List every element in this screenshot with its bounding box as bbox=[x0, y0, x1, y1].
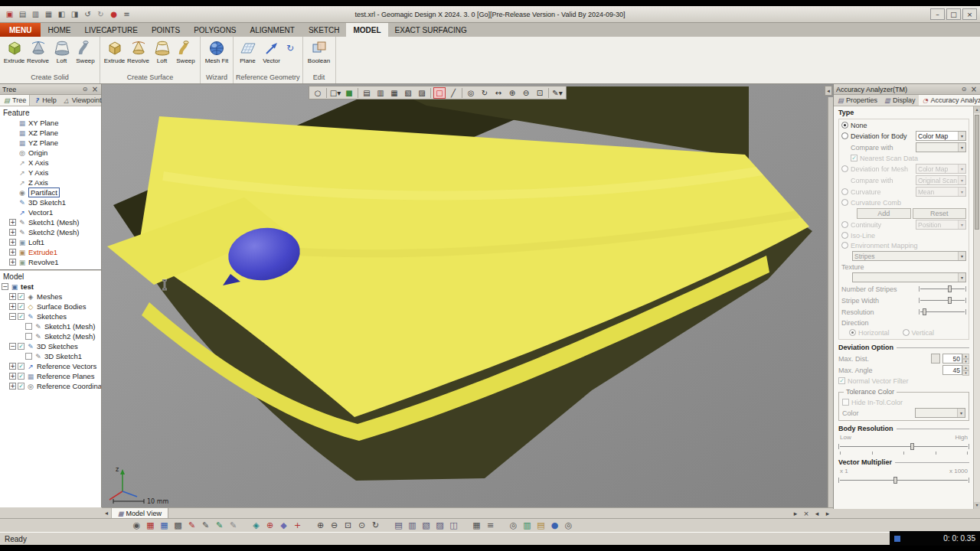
tab-points[interactable]: POINTS bbox=[145, 23, 187, 37]
import-icon[interactable]: ◧ bbox=[56, 8, 67, 20]
expander-icon[interactable]: + bbox=[9, 259, 16, 266]
tree-item-meshes[interactable]: +✓◈Meshes bbox=[0, 292, 101, 302]
body-resolution-slider[interactable] bbox=[838, 442, 969, 451]
visibility-checkbox[interactable] bbox=[25, 323, 32, 330]
pan-icon[interactable]: ↔ bbox=[492, 87, 505, 99]
stripes-dropdown[interactable]: Stripes bbox=[852, 251, 966, 261]
tree-item-sketches[interactable]: −✓✎Sketches bbox=[0, 311, 101, 321]
edit-pencil-icon[interactable]: ✎ bbox=[199, 520, 212, 531]
vector-multiplier-slider[interactable] bbox=[838, 476, 969, 484]
tree-item-partifact[interactable]: ◉Partifact bbox=[0, 187, 101, 197]
tab-alignment[interactable]: ALIGNMENT bbox=[243, 23, 302, 37]
visibility-checkbox[interactable] bbox=[25, 353, 32, 360]
add-button[interactable]: Add bbox=[857, 208, 911, 219]
radio-curvature[interactable] bbox=[841, 188, 848, 195]
expander-icon[interactable]: + bbox=[9, 239, 16, 246]
revolve-solid-button[interactable]: Revolve bbox=[26, 38, 50, 65]
tree-item-yz-plane[interactable]: ▦YZ Plane bbox=[0, 138, 101, 148]
tree-item-extrude1[interactable]: +▣Extrude1 bbox=[0, 247, 101, 257]
tree-item-xz-plane[interactable]: ▦XZ Plane bbox=[0, 128, 101, 138]
tree-item-test[interactable]: −▣test bbox=[0, 282, 101, 292]
plane-add-icon[interactable]: ▨ bbox=[433, 520, 446, 531]
maximize-button[interactable] bbox=[946, 8, 961, 20]
clip-plane-icon[interactable]: ▤ bbox=[361, 87, 373, 99]
tab-livecapture[interactable]: LIVECAPTURE bbox=[77, 23, 144, 37]
list-icon[interactable]: ≡ bbox=[484, 520, 497, 531]
radio-iso-line[interactable] bbox=[841, 232, 848, 239]
radio-deviation-for-body[interactable] bbox=[841, 132, 848, 139]
tree-item-3d-sketch1[interactable]: ✎3D Sketch1 bbox=[0, 197, 101, 207]
close-panel-icon[interactable] bbox=[91, 85, 99, 93]
app-icon[interactable]: ▣ bbox=[4, 8, 15, 20]
tab-polygons[interactable]: POLYGONS bbox=[187, 23, 243, 37]
defeature-icon[interactable]: ⊕ bbox=[263, 520, 276, 531]
shade-mode-icon[interactable]: ■ bbox=[343, 87, 355, 99]
close-view-icon[interactable]: × bbox=[801, 508, 812, 518]
settings-icon[interactable]: ◎ bbox=[562, 520, 575, 531]
expander-icon[interactable]: + bbox=[9, 363, 16, 370]
resolution-slider[interactable] bbox=[919, 308, 966, 316]
color-dropdown[interactable] bbox=[915, 408, 965, 418]
tab-properties[interactable]: Properties bbox=[834, 95, 880, 106]
close-panel-icon[interactable] bbox=[970, 85, 978, 93]
expander-icon[interactable]: + bbox=[9, 293, 16, 300]
zoom-in-tool-icon[interactable]: ⊕ bbox=[314, 520, 327, 531]
quick-menu-icon[interactable]: ≡ bbox=[121, 8, 132, 20]
tab-exact-surfacing[interactable]: EXACT SURFACING bbox=[388, 23, 474, 37]
nearest-scan-checkbox[interactable]: ✓ bbox=[851, 155, 858, 161]
visibility-checkbox[interactable]: ✓ bbox=[18, 343, 24, 350]
pin-icon[interactable] bbox=[81, 86, 89, 93]
save-icon[interactable]: ▦ bbox=[43, 8, 54, 20]
max-dist-option-button[interactable] bbox=[931, 354, 940, 364]
fill-holes-icon[interactable]: ◈ bbox=[250, 520, 263, 531]
tree-item-x-axis[interactable]: ↗X Axis bbox=[0, 158, 101, 168]
tab-help[interactable]: Help bbox=[30, 95, 60, 106]
plane-button[interactable]: Plane bbox=[236, 38, 260, 65]
point-cloud-blue-icon[interactable]: ▦ bbox=[158, 520, 171, 531]
tree-item-3d-sketch1[interactable]: ✎3D Sketch1 bbox=[0, 351, 101, 361]
radio-none[interactable] bbox=[841, 122, 848, 129]
expander-icon[interactable]: + bbox=[9, 229, 16, 236]
tree-item-sketch1-mesh[interactable]: ✎Sketch1 (Mesh) bbox=[0, 321, 101, 331]
expander-icon[interactable]: + bbox=[9, 303, 16, 310]
expander-icon[interactable]: + bbox=[9, 373, 16, 380]
vector-button[interactable]: Vector bbox=[260, 38, 283, 65]
play-view-icon[interactable]: ▸ bbox=[790, 508, 801, 518]
sweep-surface-button[interactable]: Sweep bbox=[174, 38, 198, 65]
compare-body-dropdown[interactable] bbox=[916, 142, 966, 152]
minimize-button[interactable] bbox=[930, 8, 945, 20]
extrude-surface-button[interactable]: Extrude bbox=[103, 38, 126, 65]
pin-icon[interactable] bbox=[960, 86, 968, 93]
section-view-icon[interactable]: ▥ bbox=[374, 87, 387, 99]
visibility-checkbox[interactable] bbox=[25, 333, 32, 340]
optimize-icon[interactable]: + bbox=[291, 520, 304, 531]
scroll-down-icon[interactable] bbox=[974, 502, 980, 509]
tree-item-reference-coordinates[interactable]: +✓◎Reference Coordinates bbox=[0, 381, 101, 391]
edit-add-icon[interactable]: ✎ bbox=[213, 520, 226, 531]
hide-in-tol-checkbox[interactable] bbox=[842, 399, 849, 406]
expander-icon[interactable]: − bbox=[2, 283, 8, 290]
coord-tool-icon[interactable]: ◫ bbox=[447, 520, 460, 531]
scroll-left-icon[interactable]: ◂ bbox=[812, 508, 822, 518]
export-icon[interactable]: ◨ bbox=[69, 8, 80, 20]
coordinate-button[interactable]: ↻ bbox=[283, 38, 297, 59]
deviation-body-colormap-dropdown[interactable]: Color Map bbox=[916, 131, 966, 141]
tab-tree[interactable]: Tree bbox=[0, 95, 30, 106]
number-of-stripes-slider[interactable] bbox=[919, 285, 966, 293]
tree-item-sketch2-mesh[interactable]: ✎Sketch2 (Mesh) bbox=[0, 331, 101, 341]
tree-item-z-axis[interactable]: ↗Z Axis bbox=[0, 178, 101, 187]
view-mode-icon[interactable]: □▾ bbox=[329, 87, 341, 99]
reset-button[interactable]: Reset bbox=[913, 208, 967, 219]
scrollbar-thumb[interactable] bbox=[975, 115, 979, 230]
radio-continuity[interactable] bbox=[841, 221, 848, 228]
smooth-icon[interactable]: ◆ bbox=[277, 520, 290, 531]
polyline-icon[interactable]: ╱ bbox=[447, 87, 459, 99]
open-file-icon[interactable]: ▥ bbox=[30, 8, 41, 20]
curvature-mean-dropdown[interactable]: Mean bbox=[916, 187, 966, 197]
tree-item-xy-plane[interactable]: ▦XY Plane bbox=[0, 118, 101, 128]
revolve-surface-button[interactable]: Revolve bbox=[126, 38, 150, 65]
chart-icon[interactable]: ▥ bbox=[521, 520, 534, 531]
select-ellipse-icon[interactable]: ○ bbox=[312, 87, 324, 99]
expander-icon[interactable]: − bbox=[9, 343, 16, 350]
radio-environment-mapping[interactable] bbox=[841, 242, 848, 249]
